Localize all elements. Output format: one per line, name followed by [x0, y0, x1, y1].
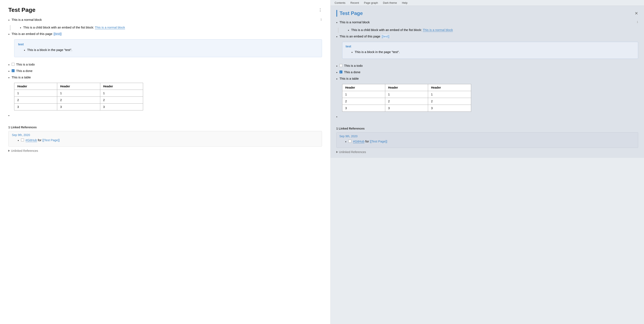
page-title-left: Test Page ⋮ — [8, 7, 322, 13]
right-normal-block-text: This is a normal block — [340, 20, 370, 25]
table-cell: 1 — [428, 91, 471, 98]
embed-box-list: This is a block in the page "test". — [24, 48, 318, 53]
table-cell: 1 — [14, 90, 57, 97]
nested-list-left: This is a child block with an embed of t… — [20, 25, 322, 30]
nav-help[interactable]: Help — [402, 1, 408, 4]
right-title-text: Test Page — [340, 10, 363, 16]
table-cell: 1 — [342, 91, 385, 98]
table-cell: 2 — [342, 98, 385, 105]
table-row: 1 1 1 — [342, 91, 471, 98]
nav-dark-theme[interactable]: Dark theme — [383, 1, 397, 4]
right-embed-box-text: This is a block in the page "test". — [355, 50, 400, 54]
right-embed-box-list: This is a block in the page "test". — [352, 50, 635, 55]
right-nested-list: This is a child block with an embed of t… — [348, 28, 638, 33]
block-count: 1 — [320, 18, 322, 22]
right-child-block-text: This is a child block with an embed of t… — [351, 28, 453, 32]
ref-list: #GitHub for [[Test Page]] — [18, 138, 318, 143]
table-cell: 3 — [57, 104, 100, 110]
right-test-embed-link[interactable]: [[test]] — [381, 35, 390, 38]
right-embed-box: test This is a block in the page "test". — [342, 42, 638, 59]
right-ref-date[interactable]: Sep 9th, 2020 — [340, 134, 635, 138]
data-table-left: Header Header Header 1 1 1 2 2 2 3 3 3 — [14, 83, 143, 110]
table-cell: 3 — [342, 105, 385, 112]
table-intro-item: This is a table — [8, 75, 322, 80]
right-triangle-icon — [336, 151, 338, 153]
test-embed-link[interactable]: [[test]] — [53, 32, 62, 36]
table-cell: 3 — [100, 104, 143, 110]
right-test-page-link[interactable]: [[Test Page]] — [370, 140, 387, 143]
embed-box-item: This is a block in the page "test". — [24, 48, 318, 53]
ref-item: #GitHub for [[Test Page]] — [18, 138, 318, 143]
ref-date[interactable]: Sep 9th, 2020 — [12, 133, 318, 137]
todo-item: This is a todo — [8, 62, 322, 68]
left-title-text: Test Page — [8, 7, 35, 13]
child-block: This is a child block with an embed of t… — [20, 25, 322, 30]
right-content-list: This is a normal block 1 — [336, 20, 638, 25]
ref-text: #GitHub for [[Test Page]] — [26, 138, 60, 143]
right-data-table: Header Header Header 1 1 1 2 2 2 3 — [342, 84, 471, 112]
right-unlinked-refs-section[interactable]: Unlinked References — [336, 150, 638, 154]
nav-recent[interactable]: Recent — [350, 1, 359, 4]
table-cell: 2 — [100, 97, 143, 104]
table-cell: 1 — [100, 90, 143, 97]
right-panel: Contents Recent Page graph Dark theme He… — [330, 0, 644, 324]
right-title-inner: Test Page — [336, 10, 363, 17]
right-embed-box-title[interactable]: test — [346, 44, 635, 48]
right-todo-checkbox[interactable] — [340, 64, 342, 67]
todo-checkbox[interactable] — [12, 63, 14, 66]
right-todo-done-list: This is a todo This a done This is a tab… — [336, 64, 638, 82]
child-block-text: This is a child block with an embed of t… — [23, 25, 125, 30]
right-embed-page-list: This is an embed of this page [[test]] — [336, 34, 638, 39]
right-indent-block: This is a child block with an embed of t… — [338, 28, 638, 33]
embed-page-list: This is an embed of this page [[test]] — [8, 32, 322, 37]
right-embed-page-item: This is an embed of this page [[test]] — [336, 34, 638, 39]
right-child-embed-link[interactable]: This is a normal block — [423, 28, 453, 32]
right-table-intro-item: This is a table — [336, 76, 638, 82]
right-table-header-3: Header — [428, 84, 471, 91]
close-button[interactable]: ✕ — [635, 11, 638, 16]
table-cell: 2 — [57, 97, 100, 104]
todo-done-list: This is a todo This a done This is a tab… — [8, 62, 322, 80]
right-table-header-2: Header — [385, 84, 428, 91]
right-table-header-1: Header — [342, 84, 385, 91]
right-block-count: 1 — [637, 20, 638, 24]
test-page-link[interactable]: [[Test Page]] — [42, 138, 60, 142]
indent-block: This is a child block with an embed of t… — [10, 25, 322, 30]
reference-card: Sep 9th, 2020 #GitHub for [[Test Page]] — [8, 131, 322, 146]
right-github-link[interactable]: #GitHub — [353, 140, 364, 143]
top-nav: Contents Recent Page graph Dark theme He… — [330, 0, 644, 6]
right-page-title-container: Test Page ✕ — [336, 10, 638, 17]
right-linked-refs-section: 1 Linked References Sep 9th, 2020 #GitHu… — [336, 127, 638, 148]
blue-bar-icon — [336, 10, 337, 17]
unlinked-refs-label: Unlinked References — [11, 149, 38, 152]
content-list-left: This is a normal block 1 — [8, 18, 322, 23]
child-embed-link[interactable]: This is a normal block — [95, 26, 125, 29]
menu-dots-icon[interactable]: ⋮ — [318, 8, 322, 12]
list-item: This is a normal block 1 — [8, 18, 322, 23]
done-checkbox[interactable] — [12, 69, 14, 72]
right-done-item: This a done — [336, 70, 638, 75]
right-ref-list: #GitHub for [[Test Page]] — [345, 139, 635, 144]
right-normal-block: This is a normal block 1 — [336, 20, 638, 25]
table-cell: 3 — [385, 105, 428, 112]
empty-bullet — [8, 114, 322, 117]
nav-page-graph[interactable]: Page graph — [364, 1, 378, 4]
ref-checkbox[interactable] — [21, 138, 24, 142]
done-item: This a done — [8, 69, 322, 74]
unlinked-refs-section[interactable]: Unlinked References — [8, 149, 322, 152]
nav-contents[interactable]: Contents — [335, 1, 346, 4]
embed-box-title-left[interactable]: test — [18, 42, 318, 46]
right-ref-text: #GitHub for [[Test Page]] — [353, 139, 387, 144]
right-ref-item: #GitHub for [[Test Page]] — [345, 139, 635, 144]
table-cell: 2 — [14, 97, 57, 104]
right-embed-page-text: This is an embed of this page [[test]] — [340, 34, 390, 39]
embed-box-block-text: This is a block in the page "test". — [27, 48, 72, 52]
table-row: 3 3 3 — [14, 104, 143, 110]
table-cell: 3 — [428, 105, 471, 112]
table-row: 1 1 1 — [14, 90, 143, 97]
right-done-checkbox[interactable] — [340, 70, 342, 74]
right-empty-bullet — [336, 115, 638, 118]
github-link[interactable]: #GitHub — [26, 138, 37, 142]
right-ref-checkbox[interactable] — [348, 140, 351, 143]
table-row: 2 2 2 — [342, 98, 471, 105]
